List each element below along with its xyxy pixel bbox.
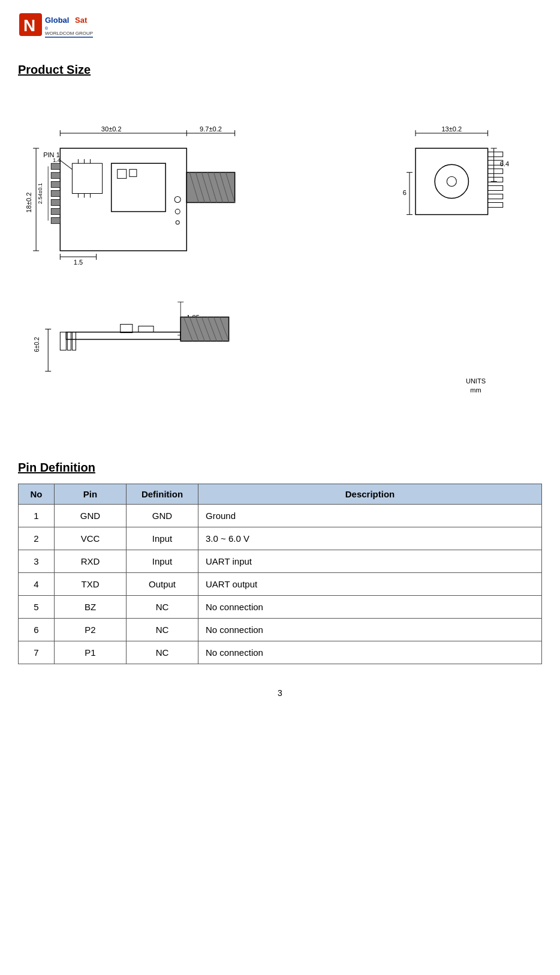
cell-6-definition: NC [127,641,198,664]
cell-4-definition: NC [127,596,198,619]
table-row: 5BZNCNo connection [19,596,542,619]
svg-rect-85 [72,332,76,350]
cell-5-pin: P2 [55,619,127,641]
svg-point-50 [175,209,180,214]
pin-definition-table: No Pin Definition Description 1GNDGNDGro… [18,484,542,664]
svg-rect-23 [51,181,60,187]
product-diagram: 30±0.2 9.7±0.2 18±0.2 PIN 1 [18,89,542,437]
table-row: 4TXDOutputUART output [19,573,542,596]
cell-6-pin: P1 [55,641,127,664]
svg-text:N: N [23,16,35,35]
svg-rect-77 [488,203,503,208]
col-header-definition: Definition [127,484,198,505]
cell-2-description: UART input [198,550,542,573]
cell-2-pin: RXD [55,550,127,573]
col-header-pin: Pin [55,484,127,505]
svg-rect-83 [60,332,66,350]
cell-3-definition: Output [127,573,198,596]
svg-text:mm: mm [470,386,481,394]
svg-point-69 [435,164,468,198]
cell-1-no: 2 [19,527,55,550]
cell-3-pin: TXD [55,573,127,596]
logo-svg: N Global Sat ® WORLDCOM GROUP [18,12,96,45]
svg-text:6: 6 [403,189,407,196]
svg-rect-95 [139,326,153,332]
svg-point-49 [174,196,180,202]
table-row: 2VCCInput3.0 ~ 6.0 V [19,527,542,550]
svg-rect-25 [51,200,60,206]
cell-6-no: 7 [19,641,55,664]
svg-rect-24 [51,190,60,196]
cell-5-no: 6 [19,619,55,641]
page-number: 3 [18,688,542,698]
svg-text:9.7±0.2: 9.7±0.2 [200,125,222,133]
svg-rect-68 [416,148,488,215]
cell-3-description: UART output [198,573,542,596]
cell-4-pin: BZ [55,596,127,619]
cell-6-description: No connection [198,641,542,664]
svg-rect-75 [488,185,503,190]
svg-text:6±0.2: 6±0.2 [34,337,40,352]
svg-rect-38 [112,163,165,211]
table-row: 1GNDGNDGround [19,505,542,527]
svg-rect-26 [51,209,60,215]
svg-text:1.5: 1.5 [74,259,83,266]
svg-text:WORLDCOM GROUP: WORLDCOM GROUP [45,31,93,36]
svg-text:Sat: Sat [75,16,88,25]
svg-rect-84 [67,332,71,350]
svg-rect-82 [66,332,180,340]
cell-4-no: 5 [19,596,55,619]
svg-text:18±0.2: 18±0.2 [25,193,32,213]
svg-rect-94 [121,324,133,332]
cell-0-no: 1 [19,505,55,527]
product-size-title: Product Size [18,63,542,77]
svg-text:13±0.2: 13±0.2 [441,125,462,133]
svg-rect-27 [51,218,60,224]
diagram-area: 30±0.2 9.7±0.2 18±0.2 PIN 1 [18,89,542,437]
cell-1-definition: Input [127,527,198,550]
table-row: 6P2NCNo connection [19,619,542,641]
svg-text:1.4: 1.4 [53,157,61,163]
cell-2-no: 3 [19,550,55,573]
cell-5-definition: NC [127,619,198,641]
svg-line-19 [60,160,72,169]
table-row: 3RXDInputUART input [19,550,542,573]
logo-box: N Global Sat ® WORLDCOM GROUP [18,12,96,45]
cell-1-description: 3.0 ~ 6.0 V [198,527,542,550]
svg-rect-39 [118,169,127,178]
svg-rect-22 [51,172,60,178]
cell-4-description: No connection [198,596,542,619]
svg-text:Global: Global [45,16,69,25]
svg-point-70 [447,176,456,186]
svg-point-51 [176,221,179,224]
cell-0-description: Ground [198,505,542,527]
svg-text:6.4: 6.4 [500,160,509,167]
svg-text:30±0.2: 30±0.2 [101,125,122,133]
cell-1-pin: VCC [55,527,127,550]
svg-rect-28 [72,163,102,193]
col-header-no: No [19,484,55,505]
pin-definition-title: Pin Definition [18,461,542,475]
cell-0-pin: GND [55,505,127,527]
svg-rect-73 [488,169,503,173]
cell-5-description: No connection [198,619,542,641]
svg-rect-71 [488,152,503,157]
cell-3-no: 4 [19,573,55,596]
col-header-description: Description [198,484,542,505]
cell-2-definition: Input [127,550,198,573]
logo-area: N Global Sat ® WORLDCOM GROUP [18,12,542,45]
svg-rect-21 [51,163,60,169]
svg-text:®: ® [45,26,49,31]
svg-text:UNITS: UNITS [466,377,486,385]
svg-rect-40 [130,169,137,176]
svg-text:2.54±0.1: 2.54±0.1 [37,183,43,204]
cell-0-definition: GND [127,505,198,527]
table-row: 7P1NCNo connection [19,641,542,664]
svg-rect-76 [488,194,503,199]
